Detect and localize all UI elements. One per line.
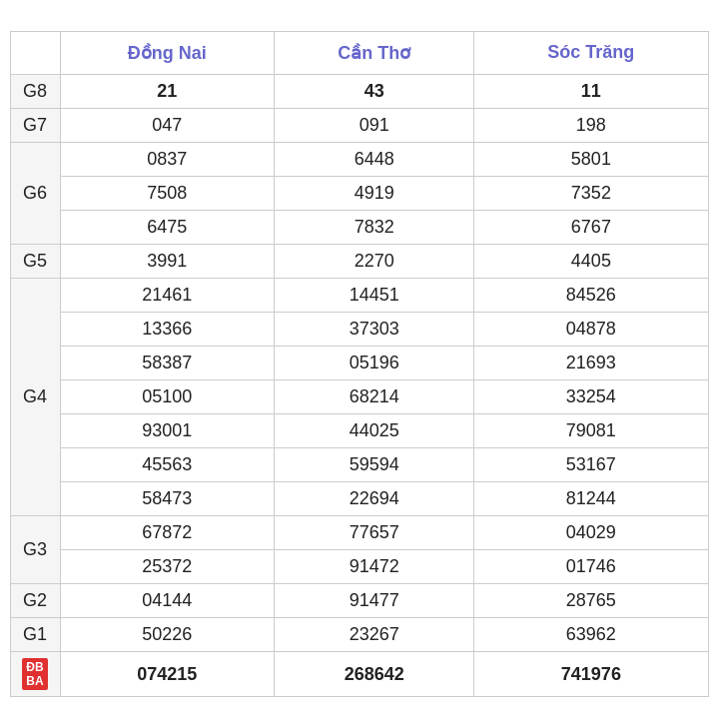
- g4-c1-3: 05100: [60, 379, 275, 413]
- lottery-results-table: Đồng Nai Cần Thơ Sóc Trăng G8 21 43 11 G…: [10, 31, 709, 698]
- g1-c3: 63962: [474, 617, 708, 651]
- g7-c2: 091: [275, 108, 474, 142]
- g4-label: G4: [10, 278, 60, 515]
- g2-c2: 91477: [275, 583, 474, 617]
- g4-c2-5: 59594: [275, 447, 474, 481]
- g4-c3-2: 21693: [474, 346, 708, 379]
- g7-label: G7: [10, 108, 60, 142]
- g3-label: G3: [10, 515, 60, 583]
- g3-c1-0: 67872: [60, 515, 275, 549]
- g6-row-1: G6 0837 6448 5801: [10, 142, 708, 176]
- g2-row: G2 04144 91477 28765: [10, 583, 708, 617]
- g4-c1-2: 58387: [60, 346, 275, 379]
- g8-label: G8: [10, 74, 60, 108]
- g3-c2-1: 91472: [275, 549, 474, 583]
- g8-c1: 21: [60, 74, 275, 108]
- g4-c2-4: 44025: [275, 413, 474, 447]
- g4-c2-6: 22694: [275, 481, 474, 515]
- g4-c1-6: 58473: [60, 481, 275, 515]
- g4-c1-5: 45563: [60, 447, 275, 481]
- g7-row: G7 047 091 198: [10, 108, 708, 142]
- g4-c1-1: 13366: [60, 312, 275, 346]
- g4-row-1: G4 21461 14451 84526: [10, 278, 708, 312]
- special-c3: 741976: [474, 651, 708, 697]
- g4-c2-2: 05196: [275, 346, 474, 379]
- db-logo: ĐBBA: [22, 658, 47, 691]
- g4-row-7: 58473 22694 81244: [10, 481, 708, 515]
- g6-c3-2: 6767: [474, 210, 708, 244]
- g5-c3: 4405: [474, 244, 708, 278]
- g6-c2-0: 6448: [275, 142, 474, 176]
- g6-c2-2: 7832: [275, 210, 474, 244]
- g1-c2: 23267: [275, 617, 474, 651]
- g3-c3-0: 04029: [474, 515, 708, 549]
- g7-c3: 198: [474, 108, 708, 142]
- g2-c3: 28765: [474, 583, 708, 617]
- g6-label: G6: [10, 142, 60, 244]
- header-can-tho: Cần Thơ: [275, 31, 474, 74]
- g1-row: G1 50226 23267 63962: [10, 617, 708, 651]
- g6-c1-0: 0837: [60, 142, 275, 176]
- special-c2: 268642: [275, 651, 474, 697]
- g4-c2-0: 14451: [275, 278, 474, 312]
- g4-row-3: 58387 05196 21693: [10, 346, 708, 379]
- g2-label: G2: [10, 583, 60, 617]
- g6-c3-1: 7352: [474, 176, 708, 210]
- g2-c1: 04144: [60, 583, 275, 617]
- g4-c1-4: 93001: [60, 413, 275, 447]
- g4-row-5: 93001 44025 79081: [10, 413, 708, 447]
- g4-c3-6: 81244: [474, 481, 708, 515]
- g6-row-3: 6475 7832 6767: [10, 210, 708, 244]
- g4-c1-0: 21461: [60, 278, 275, 312]
- special-row: ĐBBA 074215 268642 741976: [10, 651, 708, 697]
- g3-c2-0: 77657: [275, 515, 474, 549]
- g4-c2-3: 68214: [275, 379, 474, 413]
- g8-c2: 43: [275, 74, 474, 108]
- g4-row-2: 13366 37303 04878: [10, 312, 708, 346]
- g5-row: G5 3991 2270 4405: [10, 244, 708, 278]
- g5-c1: 3991: [60, 244, 275, 278]
- g4-c3-4: 79081: [474, 413, 708, 447]
- g3-c3-1: 01746: [474, 549, 708, 583]
- g4-c2-1: 37303: [275, 312, 474, 346]
- g5-c2: 2270: [275, 244, 474, 278]
- g6-c2-1: 4919: [275, 176, 474, 210]
- g7-c1: 047: [60, 108, 275, 142]
- g6-c3-0: 5801: [474, 142, 708, 176]
- g5-label: G5: [10, 244, 60, 278]
- g3-row-1: G3 67872 77657 04029: [10, 515, 708, 549]
- g4-c3-5: 53167: [474, 447, 708, 481]
- header-soc-trang: Sóc Trăng: [474, 31, 708, 74]
- g3-c1-1: 25372: [60, 549, 275, 583]
- g6-row-2: 7508 4919 7352: [10, 176, 708, 210]
- g6-c1-2: 6475: [60, 210, 275, 244]
- g6-c1-1: 7508: [60, 176, 275, 210]
- g4-c3-0: 84526: [474, 278, 708, 312]
- header-dong-nai: Đồng Nai: [60, 31, 275, 74]
- g1-label: G1: [10, 617, 60, 651]
- g3-row-2: 25372 91472 01746: [10, 549, 708, 583]
- g8-row: G8 21 43 11: [10, 74, 708, 108]
- special-c1: 074215: [60, 651, 275, 697]
- g4-row-4: 05100 68214 33254: [10, 379, 708, 413]
- corner-cell: [10, 31, 60, 74]
- g4-row-6: 45563 59594 53167: [10, 447, 708, 481]
- db-label: ĐBBA: [10, 651, 60, 697]
- g4-c3-3: 33254: [474, 379, 708, 413]
- g8-c3: 11: [474, 74, 708, 108]
- g4-c3-1: 04878: [474, 312, 708, 346]
- g1-c1: 50226: [60, 617, 275, 651]
